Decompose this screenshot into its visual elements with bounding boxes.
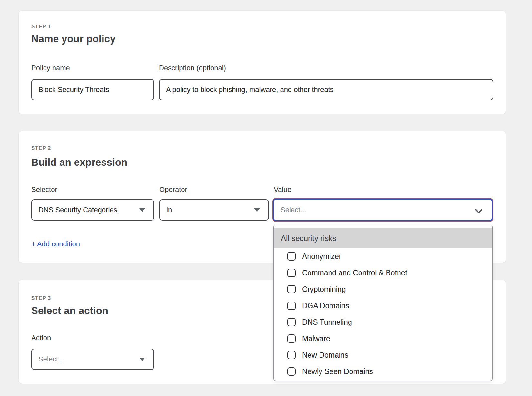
option-label: Malware [302, 334, 330, 343]
add-condition-link[interactable]: + Add condition [31, 240, 80, 248]
checkbox-unchecked-icon[interactable] [287, 318, 296, 326]
action-placeholder: Select... [38, 355, 64, 363]
option-label: Command and Control & Botnet [302, 268, 407, 277]
step1-card: STEP 1 Name your policy Policy name Desc… [19, 11, 506, 114]
dropdown-option[interactable]: DGA Domains [274, 297, 492, 314]
policy-builder-page: STEP 1 Name your policy Policy name Desc… [0, 0, 532, 396]
checkbox-unchecked-icon[interactable] [287, 367, 296, 376]
operator-label: Operator [159, 185, 187, 194]
step1-step-label: STEP 1 [31, 24, 51, 30]
policy-name-input[interactable] [31, 79, 154, 100]
caret-down-icon [254, 208, 260, 212]
dropdown-option[interactable]: Cryptomining [274, 281, 492, 297]
step3-title: Select an action [31, 305, 108, 317]
operator-select-value: in [166, 206, 172, 214]
option-label: Anonymizer [302, 252, 341, 261]
dropdown-option-list: Anonymizer Command and Control & Botnet … [274, 248, 492, 380]
checkbox-unchecked-icon[interactable] [287, 334, 296, 343]
caret-down-icon [139, 208, 145, 212]
operator-select[interactable]: in [159, 199, 269, 221]
selector-select-value: DNS Security Categories [38, 206, 117, 214]
dropdown-option[interactable]: Anonymizer [274, 248, 492, 264]
dropdown-option[interactable]: Malware [274, 330, 492, 347]
dropdown-group-header[interactable]: All security risks [274, 228, 492, 248]
dropdown-option[interactable]: Newly Seen Domains [274, 363, 492, 380]
value-multiselect[interactable]: Select... [273, 199, 493, 221]
option-label: DNS Tunneling [302, 318, 352, 327]
checkbox-unchecked-icon[interactable] [287, 351, 296, 359]
value-dropdown-panel: All security risks Anonymizer Command an… [273, 225, 493, 381]
selector-label: Selector [31, 185, 57, 194]
description-input[interactable] [159, 79, 493, 100]
option-label: Cryptomining [302, 285, 346, 294]
step3-step-label: STEP 3 [31, 295, 51, 302]
dropdown-option[interactable]: Command and Control & Botnet [274, 264, 492, 281]
checkbox-unchecked-icon[interactable] [287, 285, 296, 293]
value-placeholder: Select... [281, 206, 306, 214]
selector-select[interactable]: DNS Security Categories [31, 199, 154, 221]
dropdown-option[interactable]: DNS Tunneling [274, 314, 492, 330]
option-label: New Domains [302, 351, 348, 360]
action-select[interactable]: Select... [31, 349, 154, 370]
option-label: DGA Domains [302, 301, 349, 310]
policy-name-label: Policy name [31, 64, 70, 72]
dropdown-option[interactable]: New Domains [274, 347, 492, 363]
checkbox-unchecked-icon[interactable] [287, 269, 296, 277]
checkbox-unchecked-icon[interactable] [287, 302, 296, 310]
description-label: Description (optional) [159, 64, 226, 72]
option-label: Newly Seen Domains [302, 367, 373, 376]
chevron-down-icon [475, 207, 483, 216]
step1-title: Name your policy [31, 33, 116, 45]
caret-down-icon [139, 358, 145, 361]
action-label: Action [31, 333, 51, 342]
checkbox-unchecked-icon[interactable] [287, 252, 296, 261]
step2-title: Build an expression [31, 157, 127, 168]
value-label: Value [274, 185, 291, 194]
step2-step-label: STEP 2 [31, 145, 51, 152]
